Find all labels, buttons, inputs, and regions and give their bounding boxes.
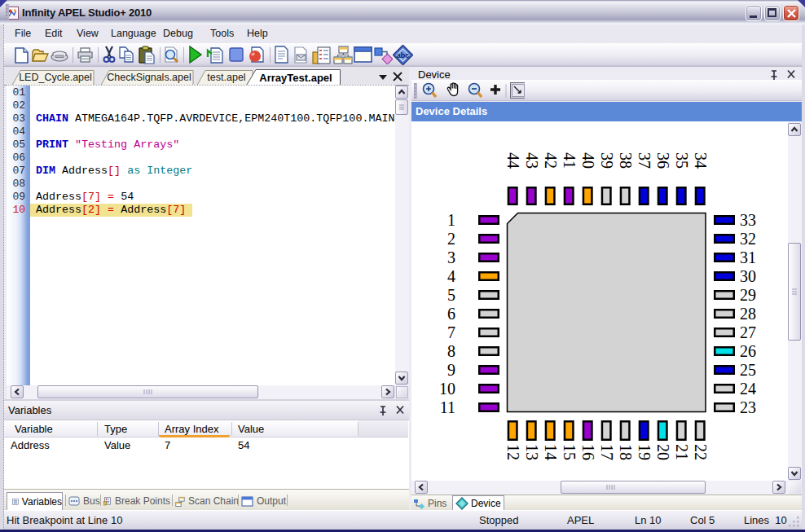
svg-text:test.apel: test.apel [207, 72, 245, 83]
svg-text:2: 2 [447, 230, 455, 248]
svg-text:44: 44 [504, 152, 522, 169]
svg-text:abc: abc [397, 51, 410, 59]
svg-text:40: 40 [579, 152, 597, 169]
svg-text:18: 18 [617, 444, 635, 460]
svg-text:15: 15 [561, 444, 578, 460]
svg-text:5: 5 [447, 286, 455, 304]
svg-text:24: 24 [740, 380, 756, 398]
svg-text:27: 27 [740, 323, 756, 341]
svg-text:34: 34 [692, 152, 710, 169]
svg-text:11: 11 [440, 398, 455, 416]
svg-text:42: 42 [542, 152, 560, 169]
svg-text:14: 14 [542, 444, 560, 460]
svg-text:32: 32 [740, 230, 756, 248]
svg-text:7: 7 [447, 323, 455, 341]
svg-text:33: 33 [740, 211, 756, 229]
svg-text:26: 26 [740, 342, 756, 360]
svg-text:ArrayTest.apel: ArrayTest.apel [259, 72, 332, 84]
svg-text:43: 43 [523, 152, 541, 169]
svg-text:9: 9 [447, 361, 455, 379]
svg-text:13: 13 [523, 444, 541, 460]
svg-text:39: 39 [598, 152, 616, 169]
svg-text:22: 22 [692, 444, 710, 460]
svg-text:29: 29 [740, 286, 756, 304]
svg-text:10: 10 [439, 380, 455, 398]
svg-text:30: 30 [740, 267, 756, 285]
svg-text:20: 20 [654, 444, 672, 460]
svg-text:23: 23 [740, 398, 756, 416]
svg-text:17: 17 [598, 444, 616, 460]
svg-text:16: 16 [579, 444, 597, 460]
svg-text:28: 28 [740, 305, 756, 323]
svg-text:LED_Cycle.apel: LED_Cycle.apel [19, 72, 92, 83]
svg-text:36: 36 [654, 152, 672, 169]
svg-text:25: 25 [740, 361, 756, 379]
svg-text:8: 8 [447, 342, 455, 360]
svg-text:1: 1 [447, 211, 455, 229]
svg-text:31: 31 [740, 248, 756, 266]
svg-text:37: 37 [636, 152, 653, 169]
svg-text:35: 35 [673, 152, 691, 169]
svg-text:38: 38 [617, 152, 635, 169]
svg-text:41: 41 [561, 152, 578, 169]
svg-text:19: 19 [636, 444, 653, 460]
svg-text:6: 6 [447, 305, 455, 323]
svg-text:4: 4 [447, 267, 455, 285]
svg-text:CheckSignals.apel: CheckSignals.apel [107, 72, 191, 83]
svg-text:21: 21 [673, 444, 691, 460]
svg-text:12: 12 [504, 444, 522, 460]
svg-text:3: 3 [447, 248, 455, 266]
